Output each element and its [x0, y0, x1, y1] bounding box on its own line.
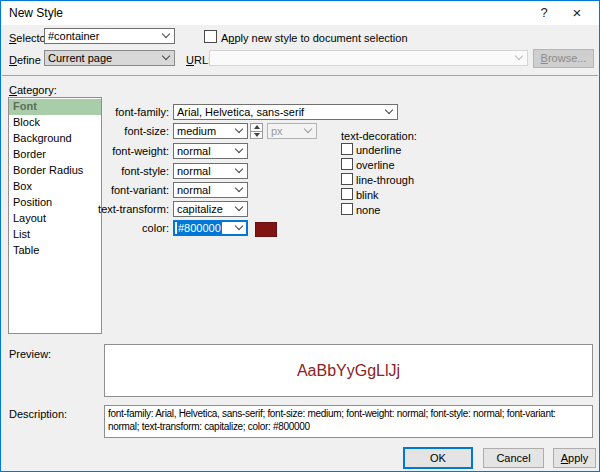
- font-size-value: medium: [177, 125, 216, 137]
- category-item-table[interactable]: Table: [9, 243, 101, 259]
- none-label: none: [356, 204, 380, 216]
- define-in-combobox[interactable]: Current page: [44, 50, 175, 66]
- chevron-down-icon: [385, 106, 393, 114]
- none-checkbox[interactable]: [341, 203, 353, 215]
- line-through-label: line-through: [356, 174, 414, 186]
- font-weight-label: font-weight:: [41, 145, 169, 157]
- font-style-combobox[interactable]: normal: [173, 163, 248, 179]
- font-weight-value: normal: [177, 145, 211, 157]
- browse-button: Browse...: [533, 49, 594, 68]
- underline-checkbox[interactable]: [341, 143, 353, 155]
- blink-label: blink: [356, 189, 379, 201]
- color-swatch[interactable]: [255, 222, 277, 237]
- text-transform-combobox[interactable]: capitalize: [173, 201, 248, 217]
- apply-to-selection-checkbox[interactable]: [204, 30, 217, 43]
- selector-combobox[interactable]: #container: [44, 28, 175, 44]
- underline-label: underline: [356, 144, 401, 156]
- font-family-combobox[interactable]: Arial, Helvetica, sans-serif: [173, 104, 398, 120]
- url-label: URL:: [186, 54, 211, 66]
- title-bar: New Style ? ×: [1, 1, 599, 25]
- overline-label: overline: [356, 159, 395, 171]
- new-style-dialog: New Style ? × Selector: #container Apply…: [0, 0, 600, 472]
- selector-value: #container: [48, 30, 99, 42]
- apply-button[interactable]: Apply: [553, 448, 596, 468]
- chevron-down-icon: [235, 125, 243, 133]
- spinner-down-button[interactable]: [250, 132, 263, 140]
- font-variant-value: normal: [177, 184, 211, 196]
- font-family-label: font-family:: [41, 106, 169, 118]
- spinner-up-button[interactable]: [250, 123, 263, 132]
- chevron-down-icon: [162, 30, 170, 38]
- chevron-down-icon: [515, 52, 523, 60]
- category-label: Category:: [9, 84, 57, 96]
- text-transform-label: text-transform:: [41, 203, 169, 215]
- color-value: #800000: [177, 221, 222, 235]
- chevron-down-icon: [235, 165, 243, 173]
- font-family-value: Arial, Helvetica, sans-serif: [177, 106, 304, 118]
- color-label: color:: [41, 222, 169, 234]
- blink-checkbox[interactable]: [341, 188, 353, 200]
- font-size-stepper: [250, 123, 263, 139]
- preview-sample-text: AaBbYyGgLlJj: [297, 362, 400, 380]
- url-combobox: [209, 50, 528, 66]
- chevron-down-icon: [235, 145, 243, 153]
- font-size-combobox[interactable]: medium: [173, 123, 248, 139]
- arrow-up-icon: [254, 125, 260, 129]
- font-size-unit-value: px: [271, 125, 283, 137]
- chevron-down-icon: [304, 125, 312, 133]
- overline-checkbox[interactable]: [341, 158, 353, 170]
- ok-button[interactable]: OK: [403, 447, 473, 469]
- font-variant-combobox[interactable]: normal: [173, 182, 248, 198]
- color-combobox[interactable]: #800000: [173, 220, 248, 236]
- arrow-down-icon: [254, 133, 260, 137]
- font-style-label: font-style:: [41, 165, 169, 177]
- preview-panel: AaBbYyGgLlJj: [104, 344, 593, 397]
- close-icon[interactable]: ×: [562, 3, 592, 22]
- chevron-down-icon: [235, 222, 243, 230]
- font-variant-label: font-variant:: [41, 184, 169, 196]
- preview-label: Preview:: [9, 348, 51, 360]
- font-size-unit-combobox: px: [267, 123, 317, 139]
- dialog-title: New Style: [9, 6, 63, 20]
- line-through-checkbox[interactable]: [341, 173, 353, 185]
- description-label: Description:: [9, 408, 67, 420]
- description-panel: font-family: Arial, Helvetica, sans-seri…: [104, 405, 593, 438]
- chevron-down-icon: [162, 52, 170, 60]
- define-in-value: Current page: [48, 52, 112, 64]
- separator-line: [2, 75, 598, 76]
- text-decoration-label: text-decoration:: [341, 130, 417, 142]
- chevron-down-icon: [235, 184, 243, 192]
- font-size-label: font-size:: [41, 125, 169, 137]
- font-weight-combobox[interactable]: normal: [173, 143, 248, 159]
- chevron-down-icon: [235, 203, 243, 211]
- font-style-value: normal: [177, 165, 211, 177]
- apply-to-selection-label: Apply new style to document selection: [221, 32, 408, 44]
- cancel-button[interactable]: Cancel: [483, 448, 544, 468]
- text-transform-value: capitalize: [177, 203, 223, 215]
- help-icon[interactable]: ?: [532, 3, 556, 22]
